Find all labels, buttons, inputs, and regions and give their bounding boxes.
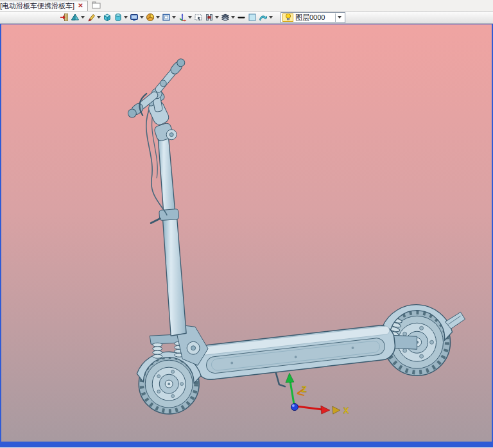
frame-tool-button[interactable]: [161, 12, 177, 23]
z-axis-label: Z: [302, 384, 307, 394]
lightbulb-icon: [284, 12, 292, 23]
main-toolbar: 图层0000: [0, 12, 493, 24]
dropdown-arrow[interactable]: [231, 16, 235, 19]
pie-tool-button[interactable]: [145, 12, 160, 23]
bell[interactable]: [160, 80, 166, 87]
dropdown-arrow[interactable]: [81, 16, 85, 19]
right-grip: [153, 57, 187, 94]
document-tab[interactable]: [电动滑板车便携滑板车] ✕: [0, 1, 88, 11]
viewport-3d[interactable]: Z X: [0, 24, 493, 447]
pyramid-icon: [71, 13, 80, 22]
handlebar[interactable]: [126, 57, 186, 119]
dropdown-arrow[interactable]: [97, 16, 101, 19]
color-swatch-icon: [248, 13, 257, 22]
layer-combo-dropdown[interactable]: [335, 13, 343, 22]
axes-tool-button[interactable]: [177, 12, 193, 23]
pie-sphere-icon: [146, 13, 155, 22]
dropdown-arrow[interactable]: [172, 16, 176, 19]
line-width-button[interactable]: [236, 12, 246, 23]
deck[interactable]: [194, 324, 397, 381]
dropdown-arrow[interactable]: [124, 16, 128, 19]
layers-stack-icon: [221, 13, 230, 22]
cylinder-icon: [114, 13, 123, 22]
dropdown-arrow[interactable]: [140, 16, 144, 19]
dropdown-arrow[interactable]: [156, 16, 160, 19]
sketch-tool-button[interactable]: [86, 12, 101, 23]
frame-icon: [162, 13, 171, 22]
section-tool-button[interactable]: [204, 12, 220, 23]
document-tab-bar: [电动滑板车便携滑板车] ✕: [0, 0, 493, 12]
dropdown-arrow[interactable]: [215, 16, 219, 19]
new-tab-button[interactable]: [92, 0, 101, 12]
dropdown-arrow[interactable]: [188, 16, 192, 19]
display-tool-button[interactable]: [129, 12, 144, 23]
viewport-scene: Z X: [1, 24, 492, 442]
electric-scooter-model[interactable]: [126, 57, 465, 414]
exit-icon: [60, 13, 69, 22]
stem[interactable]: [151, 128, 186, 336]
chevron-down-icon: [338, 16, 342, 19]
cad-application-window: [电动滑板车便携滑板车] ✕: [0, 0, 493, 448]
sketch-pencil-icon: [87, 13, 96, 22]
new-document-icon: [92, 0, 101, 12]
layers-tool-button[interactable]: [220, 12, 236, 23]
select-region-button[interactable]: [193, 12, 203, 23]
layer-combo-value: 图层0000: [295, 13, 335, 22]
cube-tool-button[interactable]: [102, 12, 112, 23]
color-swatch-button[interactable]: [247, 12, 257, 23]
layer-combo[interactable]: 图层0000: [281, 12, 345, 23]
surface-sheet-icon: [259, 13, 268, 22]
kickstand[interactable]: [276, 373, 285, 386]
surface-tool-button[interactable]: [258, 12, 273, 23]
tab-close-icon[interactable]: ✕: [78, 3, 83, 9]
clamp-lever: [151, 219, 160, 223]
layer-visibility-toggle[interactable]: [282, 13, 293, 22]
monitor-icon: [130, 13, 139, 22]
document-tab-title: [电动滑板车便携滑板车]: [0, 1, 74, 11]
select-region-icon: [194, 13, 203, 22]
section-beam-icon: [205, 13, 214, 22]
cube-icon: [103, 13, 112, 22]
axes-icon: [178, 13, 187, 22]
dropdown-arrow[interactable]: [269, 16, 273, 19]
exit-button[interactable]: [59, 12, 69, 23]
cylinder-tool-button[interactable]: [113, 12, 128, 23]
pyramid-tool-button[interactable]: [70, 12, 85, 23]
x-axis-label: X: [343, 406, 349, 415]
origin-triad: Z X: [286, 373, 349, 415]
line-width-icon: [237, 13, 246, 22]
